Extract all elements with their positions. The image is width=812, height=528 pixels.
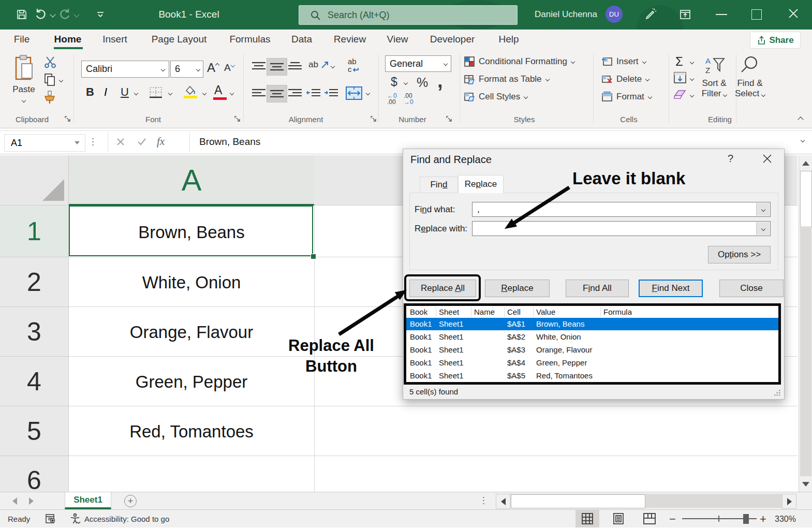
clear-icon[interactable] (674, 90, 686, 100)
center-align-icon[interactable] (267, 85, 287, 102)
copy-dropdown-icon[interactable] (59, 78, 63, 82)
vertical-scroll-thumb[interactable] (800, 171, 812, 227)
top-align-icon[interactable] (252, 62, 266, 71)
cell-a2[interactable]: White, Onion (69, 273, 314, 292)
borders-dropdown-icon[interactable] (168, 91, 172, 95)
font-name-combo[interactable]: Calibri (81, 61, 169, 78)
collapse-ribbon-icon[interactable] (798, 116, 803, 122)
cell-a3[interactable]: Orange, Flavour (69, 322, 314, 342)
insert-function-icon[interactable]: fx (157, 135, 165, 148)
hscroll-left-button[interactable] (496, 494, 510, 509)
cell-a4[interactable]: Green, Pepper (69, 372, 314, 392)
fill-dropdown-icon[interactable] (690, 77, 694, 81)
share-button[interactable]: Share (750, 32, 801, 49)
font-dialog-launcher-icon[interactable] (234, 116, 241, 122)
orientation-dropdown-icon[interactable] (331, 64, 335, 68)
alignment-dialog-launcher-icon[interactable] (371, 116, 377, 122)
next-sheet-icon[interactable] (29, 497, 34, 505)
borders-icon[interactable] (149, 86, 163, 99)
zoom-in-button[interactable]: + (760, 512, 766, 526)
fill-handle[interactable] (311, 254, 316, 259)
find-next-button[interactable]: Find Next (639, 280, 703, 297)
find-all-button[interactable]: Find All (566, 280, 629, 297)
shrink-font-button[interactable]: A (224, 62, 234, 74)
currency-dropdown-icon[interactable] (404, 81, 408, 85)
menu-tab-home[interactable]: Home (54, 34, 82, 45)
percent-icon[interactable]: % (417, 75, 428, 90)
scroll-up-button[interactable] (800, 157, 811, 169)
row-header-1[interactable]: 1 (0, 206, 69, 257)
close-button[interactable] (787, 7, 800, 20)
menu-tab-file[interactable]: File (14, 34, 30, 45)
name-box[interactable]: A1 (4, 134, 85, 152)
menu-tab-formulas[interactable]: Formulas (229, 34, 270, 45)
dialog-close-icon[interactable] (762, 154, 772, 164)
vertical-scrollbar[interactable] (799, 155, 812, 492)
bottom-align-icon[interactable] (288, 62, 302, 71)
row-header-2[interactable]: 2 (0, 257, 69, 307)
fill-down-icon[interactable] (674, 72, 686, 83)
sort-filter-button[interactable]: AZ Sort & Filter (698, 55, 731, 99)
normal-view-button[interactable] (575, 510, 599, 527)
col-book[interactable]: Book (410, 307, 427, 316)
insert-cells-button[interactable]: Insert (602, 56, 646, 67)
menu-tab-review[interactable]: Review (334, 34, 366, 45)
find-select-button[interactable]: Find & Select (733, 55, 767, 99)
expand-formula-bar-icon[interactable] (801, 138, 805, 142)
row-header-3[interactable]: 3 (0, 307, 69, 357)
zoom-level[interactable]: 330% (775, 515, 796, 524)
result-row-4[interactable]: Book1Sheet1$A$4Green, Pepper (406, 357, 778, 369)
menu-tab-page-layout[interactable]: Page Layout (152, 34, 207, 45)
font-color-dropdown-icon[interactable] (230, 91, 234, 95)
select-all-corner[interactable] (0, 155, 69, 206)
decrease-indent-icon[interactable] (306, 89, 321, 98)
col-formula[interactable]: Formula (603, 307, 632, 316)
undo-icon[interactable] (34, 7, 48, 21)
clear-dropdown-icon[interactable] (690, 93, 694, 97)
macro-record-icon[interactable] (46, 514, 56, 524)
undo-dropdown-icon[interactable] (50, 11, 55, 17)
tabs-splitter[interactable] (483, 496, 484, 506)
paste-button[interactable]: Paste (9, 53, 38, 110)
replace-button[interactable]: Replace (485, 280, 550, 297)
cell-a5[interactable]: Red, Tomantoes (69, 422, 314, 442)
format-as-table-button[interactable]: Format as Table (464, 74, 549, 84)
prev-sheet-icon[interactable] (12, 497, 17, 505)
align-left-icon[interactable] (252, 89, 266, 98)
tab-replace[interactable]: Replace (458, 175, 504, 193)
italic-button[interactable]: I (104, 85, 107, 99)
delete-cells-button[interactable]: Delete (602, 74, 649, 84)
resize-grip-icon[interactable] (774, 389, 780, 396)
close-button-dialog[interactable]: Close (719, 280, 784, 297)
underline-button[interactable]: U (121, 85, 129, 99)
row-header-4[interactable]: 4 (0, 357, 69, 406)
minimize-button[interactable] (716, 14, 727, 15)
scroll-down-button[interactable] (800, 478, 811, 490)
merge-center-dropdown-icon[interactable] (366, 91, 370, 95)
wrap-text-icon[interactable]: ab c (348, 57, 359, 73)
col-cell[interactable]: Cell (507, 307, 521, 316)
autosum-dropdown-icon[interactable] (690, 60, 694, 64)
zoom-out-button[interactable]: − (669, 512, 676, 526)
replace-with-dropdown-button[interactable] (756, 222, 770, 235)
increase-decimal-icon[interactable]: ←0.00 (387, 93, 397, 105)
page-layout-view-button[interactable] (607, 510, 630, 527)
dialog-help-button[interactable]: ? (728, 153, 733, 165)
menu-tab-insert[interactable]: Insert (102, 34, 127, 45)
column-header-a[interactable]: A (69, 155, 314, 206)
font-color-icon[interactable]: A (214, 83, 222, 97)
col-name[interactable]: Name (474, 307, 495, 316)
copy-icon[interactable] (43, 73, 56, 86)
zoom-slider-thumb[interactable] (743, 514, 749, 524)
merge-center-icon[interactable] (346, 86, 362, 100)
formula-content[interactable]: Brown, Beans (199, 136, 260, 148)
search-box[interactable]: Search (Alt+Q) (299, 5, 518, 25)
sheet-tab-sheet1[interactable]: Sheet1 (65, 492, 111, 509)
grow-font-button[interactable]: A (207, 61, 219, 75)
increase-indent-icon[interactable] (324, 89, 338, 98)
cell-styles-button[interactable]: Cell Styles (464, 92, 527, 102)
accessibility-icon[interactable] (69, 513, 81, 524)
result-row-1[interactable]: Book1Sheet1$A$1Brown, Beans (406, 318, 778, 330)
replace-with-input[interactable] (472, 221, 771, 236)
page-break-view-button[interactable] (638, 510, 661, 527)
